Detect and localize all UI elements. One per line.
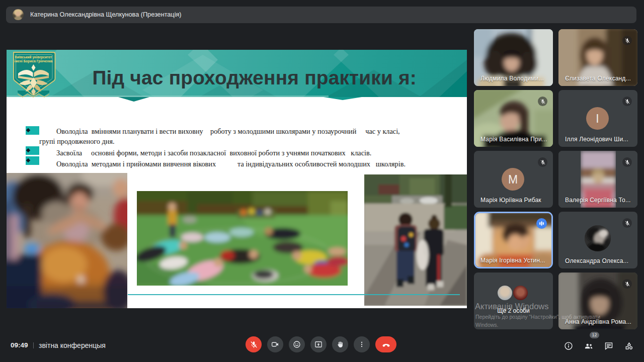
svg-text:Київський університет: Київський університет — [15, 55, 52, 59]
svg-text:імені Бориса Грінченка: імені Бориса Грінченка — [15, 59, 53, 63]
